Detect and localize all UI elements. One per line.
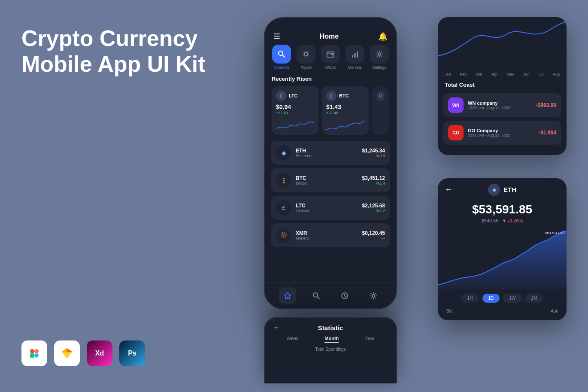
stat-month[interactable]: Month xyxy=(324,336,339,343)
xmr-row[interactable]: Ⓜ XMR Monero $0,120.45 --- xyxy=(271,223,390,247)
ltc-right: $2,125.68 %1.2 xyxy=(362,203,385,213)
wn-amount: -$993.98 xyxy=(536,102,556,108)
eth-big-price: $53,591.85 xyxy=(445,203,560,216)
btc-right: $3,451.12 %1.4 xyxy=(362,175,385,185)
time-1m[interactable]: 1M xyxy=(525,294,543,303)
stat-back-button[interactable]: ← xyxy=(273,324,280,331)
ltc-row-icon: £ xyxy=(276,200,291,216)
history-nav-item[interactable] xyxy=(336,287,353,304)
settings-label: Settings xyxy=(372,65,386,70)
svg-rect-1 xyxy=(34,349,39,353)
ltc-list-price: $2,125.68 xyxy=(362,203,385,209)
eth-price-label: $53,591.85 xyxy=(545,231,562,235)
btc-symbol: BTC xyxy=(339,93,349,98)
chart-labels: Jan Feb Mar Apr May Jun Jul Aug xyxy=(438,69,567,82)
nav-tab-settings[interactable]: Settings xyxy=(368,45,390,70)
xd-icon[interactable]: Xd xyxy=(87,340,112,366)
wn-company-row[interactable]: WN WN company 12:00 am - Aug 12, 2022 -$… xyxy=(443,93,561,117)
stat-year[interactable]: Year xyxy=(365,336,374,343)
cards-row: £ LTC $0.94 +12.49 ₿ BTC $1.43 +27.46 xyxy=(265,86,396,135)
ripple-label: Ripple xyxy=(300,65,312,70)
go-company-row[interactable]: GO GO Company 02:00 pm - Aug 22, 2022 -$… xyxy=(443,121,561,145)
statistic-mockup: ← Statistic Week Month Year Total Spendi… xyxy=(264,317,397,383)
eth-full: Ethereum xyxy=(296,154,362,158)
ripple-icon xyxy=(297,45,315,64)
stat-tabs: Week Month Year xyxy=(265,336,396,347)
svg-rect-5 xyxy=(30,353,34,358)
svg-line-22 xyxy=(317,297,319,299)
ps-icon[interactable]: Ps xyxy=(119,340,145,366)
wallet-label: Wallet xyxy=(325,65,336,70)
search-nav-item[interactable] xyxy=(308,287,325,304)
eth-chart-area: $53,591.85 xyxy=(438,229,567,289)
eth-icon: ◆ xyxy=(276,145,291,161)
btc-row-icon: ₿ xyxy=(276,173,291,188)
home-nav-item[interactable] xyxy=(279,287,296,304)
ask-label: Ask xyxy=(551,309,558,313)
xmr-name: XMR xyxy=(296,230,362,236)
phone-notch xyxy=(309,18,352,28)
eth-back-button[interactable]: ← xyxy=(445,185,452,194)
svg-marker-9 xyxy=(67,352,72,359)
nav-tabs: Examine Ripple Wallet Markets Settings xyxy=(265,45,396,70)
eth-info: ETH Ethereum xyxy=(296,148,362,158)
chart-label-jun: Jun xyxy=(523,72,530,76)
main-title: Crypto Currency Mobile App UI Kit xyxy=(21,26,227,77)
eth-right: $1,245.34 %0.9 xyxy=(362,148,385,158)
go-name: GO Company xyxy=(468,128,539,133)
eth-header: ← ◆ ETH xyxy=(438,178,567,198)
wn-info: WN company 12:00 am - Aug 12, 2022 xyxy=(468,100,536,110)
bottom-nav xyxy=(265,283,396,308)
hamburger-icon[interactable]: ☰ xyxy=(273,32,280,41)
left-section: Crypto Currency Mobile App UI Kit xyxy=(21,26,227,86)
chart-label-apr: Apr xyxy=(492,72,498,76)
time-1d[interactable]: 1D xyxy=(482,294,500,303)
total-coast-title: Total Coast xyxy=(438,82,567,93)
eth-detail-name: ETH xyxy=(503,186,516,193)
btc-card[interactable]: ₿ BTC $1.43 +27.46 xyxy=(322,86,369,135)
settings-nav-item[interactable] xyxy=(365,287,382,304)
third-card[interactable]: M xyxy=(372,86,389,135)
examine-icon xyxy=(272,45,291,64)
eth-price: $1,245.34 xyxy=(362,148,385,154)
phone-header: ☰ Home 🔔 xyxy=(265,28,396,45)
ltc-row[interactable]: £ LTC Litecoin $2,125.68 %1.2 xyxy=(271,196,390,220)
xmr-row-icon: Ⓜ xyxy=(276,228,291,243)
svg-point-16 xyxy=(331,54,333,55)
right-top-panel: Jan Feb Mar Apr May Jun Jul Aug Total Co… xyxy=(438,17,567,155)
svg-line-12 xyxy=(282,55,285,57)
eth-row[interactable]: ◆ ETH Ethereum $1,245.34 %0.9 xyxy=(271,141,390,165)
nav-tab-markets[interactable]: Markets xyxy=(344,45,366,70)
nav-tab-examine[interactable]: Examine xyxy=(271,45,293,70)
svg-rect-17 xyxy=(352,55,353,58)
time-1w[interactable]: 1W xyxy=(503,294,521,303)
btc-price: $1.43 xyxy=(326,103,364,110)
nav-tab-wallet[interactable]: Wallet xyxy=(320,45,342,70)
sketch-icon[interactable] xyxy=(54,340,80,366)
settings-icon xyxy=(370,45,389,64)
ltc-name: LTC xyxy=(296,203,362,209)
nav-tab-ripple[interactable]: Ripple xyxy=(295,45,317,70)
markets-icon xyxy=(346,45,364,64)
time-1h[interactable]: 1H xyxy=(461,294,479,303)
phone-home-title: Home xyxy=(320,33,339,40)
wallet-icon xyxy=(321,45,340,64)
btc-card-icon: ₿ xyxy=(326,91,336,101)
xmr-info: XMR Monero xyxy=(296,230,362,240)
btc-full: Bitcoin xyxy=(296,181,362,185)
ltc-change: +12.49 xyxy=(276,111,314,115)
stat-week[interactable]: Week xyxy=(286,336,298,343)
ltc-price: $0.94 xyxy=(276,103,314,110)
ltc-card[interactable]: £ LTC $0.94 +12.49 xyxy=(272,86,318,135)
btc-pct: %1.4 xyxy=(362,181,385,185)
svg-rect-19 xyxy=(357,52,358,58)
go-info: GO Company 02:00 pm - Aug 22, 2022 xyxy=(468,128,539,137)
btc-row[interactable]: ₿ BTC Bitcoin $3,451.12 %1.4 xyxy=(271,168,390,192)
m-card-icon: M xyxy=(376,91,385,101)
svg-rect-18 xyxy=(354,53,355,58)
ltc-info: LTC Litecoin xyxy=(296,203,362,213)
bell-icon[interactable]: 🔔 xyxy=(378,32,388,41)
xmr-pct: --- xyxy=(362,236,385,240)
stat-header: ← Statistic xyxy=(265,318,396,336)
figma-icon[interactable] xyxy=(21,340,47,366)
